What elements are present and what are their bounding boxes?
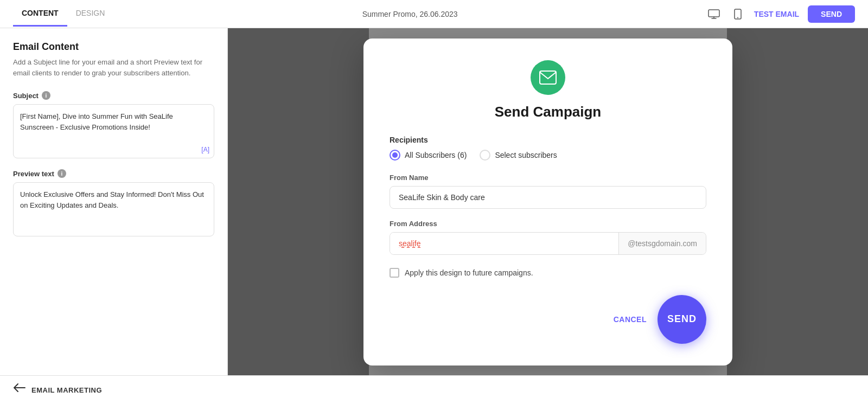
from-address-label: From Address (390, 220, 706, 228)
from-name-input[interactable] (390, 186, 706, 209)
from-address-row: @testsgdomain.com (390, 232, 706, 255)
top-bar: CONTENT DESIGN Summer Promo, 26.06.2023 … (0, 0, 868, 28)
cancel-button[interactable]: CANCEL (614, 315, 647, 324)
subject-info-icon[interactable]: i (42, 91, 50, 100)
all-subscribers-label: All Subscribers (6) (405, 151, 467, 159)
bracket-icon[interactable]: [A] (201, 146, 209, 153)
preview-label: Preview text i (13, 169, 214, 178)
sidebar-description: Add a Subject line for your email and a … (13, 57, 214, 78)
modal-actions: CANCEL SEND (390, 295, 706, 344)
tab-design[interactable]: DESIGN (67, 1, 114, 27)
send-button-top[interactable]: SEND (808, 5, 855, 23)
bottom-bar-label: EMAIL MARKETING (31, 386, 102, 394)
preview-value: Unlock Exclusive Offers and Stay Informe… (20, 189, 207, 210)
apply-design-checkbox-row[interactable]: Apply this design to future campaigns. (390, 268, 706, 278)
tablet-icon[interactable] (730, 7, 745, 22)
apply-design-checkbox[interactable] (390, 268, 399, 278)
apply-design-label: Apply this design to future campaigns. (405, 268, 533, 277)
select-subscribers-option[interactable]: Select subscribers (480, 150, 557, 161)
modal-title: Send Campaign (390, 104, 706, 120)
select-subscribers-label: Select subscribers (495, 151, 557, 159)
main-area: Email Content Add a Subject line for you… (0, 28, 868, 375)
modal-envelope-icon (531, 60, 565, 95)
campaign-title: Summer Promo, 26.06.2023 (362, 10, 458, 18)
from-address-domain: @testsgdomain.com (618, 233, 706, 254)
test-email-button[interactable]: TEST EMAIL (754, 10, 799, 18)
svg-rect-5 (540, 71, 556, 84)
all-subscribers-option[interactable]: All Subscribers (6) (390, 150, 467, 161)
recipients-radio-group: All Subscribers (6) Select subscribers (390, 150, 706, 161)
svg-rect-0 (709, 10, 719, 17)
subject-field[interactable]: [First Name], Dive into Summer Fun with … (13, 104, 214, 158)
send-button-modal[interactable]: SEND (658, 295, 706, 344)
send-campaign-modal: Send Campaign Recipients All Subscribers… (363, 39, 732, 365)
sidebar: Email Content Add a Subject line for you… (0, 28, 228, 375)
modal-overlay: Send Campaign Recipients All Subscribers… (228, 28, 868, 375)
preview-info-icon[interactable]: i (58, 169, 66, 178)
top-bar-actions: TEST EMAIL SEND (706, 5, 855, 23)
all-subscribers-radio[interactable] (390, 150, 400, 161)
from-address-local-input[interactable] (390, 233, 618, 254)
content-area: en Savings! d sea! At SeaLife, we eeping… (228, 28, 868, 375)
modal-icon-wrapper (390, 60, 706, 95)
subject-field-wrapper: Subject i [First Name], Dive into Summer… (13, 91, 214, 158)
bottom-bar: EMAIL MARKETING (0, 375, 868, 404)
svg-point-2 (737, 17, 738, 18)
preview-field[interactable]: Unlock Exclusive Offers and Stay Informe… (13, 182, 214, 236)
subject-value: [First Name], Dive into Summer Fun with … (20, 111, 207, 143)
preview-field-wrapper: Preview text i Unlock Exclusive Offers a… (13, 169, 214, 236)
recipients-label: Recipients (390, 136, 706, 144)
desktop-icon[interactable] (706, 7, 722, 22)
select-subscribers-radio[interactable] (480, 150, 490, 161)
from-name-label: From Name (390, 174, 706, 182)
sidebar-title: Email Content (13, 41, 214, 53)
tab-group: CONTENT DESIGN (13, 1, 113, 27)
tab-content[interactable]: CONTENT (13, 1, 67, 27)
back-arrow-icon[interactable] (13, 383, 26, 396)
subject-label: Subject i (13, 91, 214, 100)
